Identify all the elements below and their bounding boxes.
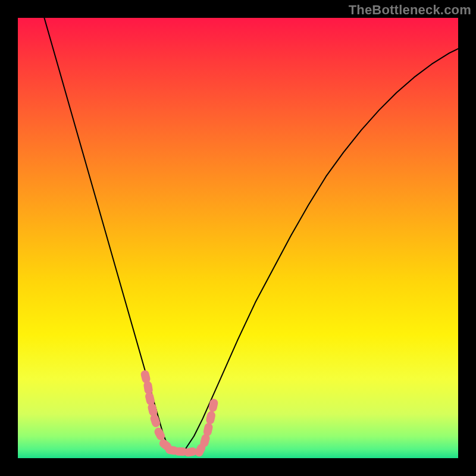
plot-area [18,18,458,458]
chart-frame: TheBottleneck.com [0,0,476,476]
gradient-background [18,18,458,458]
plot-svg [18,18,458,458]
watermark-text: TheBottleneck.com [349,2,471,18]
